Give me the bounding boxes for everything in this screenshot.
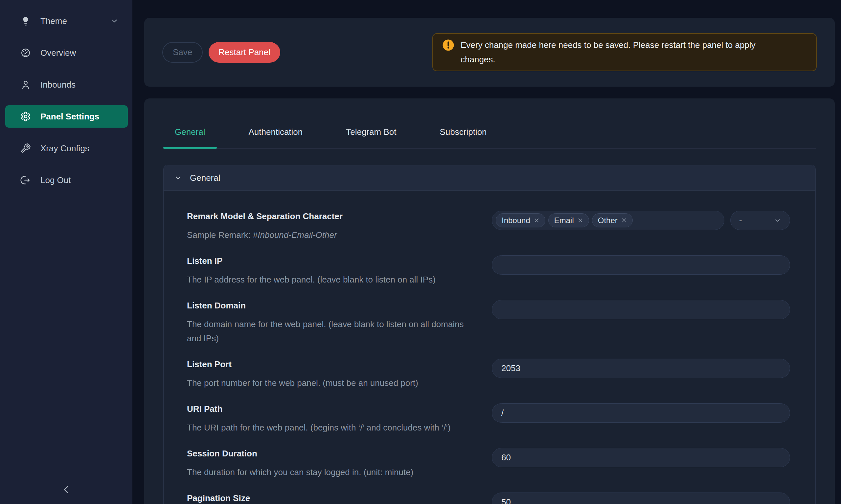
field-description: The duration for which you can stay logg… — [187, 465, 469, 480]
sidebar-item-label: Inbounds — [40, 80, 75, 90]
chevron-down-icon — [174, 174, 182, 182]
bulb-icon — [20, 16, 31, 26]
chevron-down-icon — [774, 217, 781, 224]
gear-icon — [20, 111, 31, 122]
sidebar-collapse-button[interactable] — [0, 484, 132, 496]
separator-select[interactable]: - — [730, 211, 790, 230]
tag-inbound: Inbound — [496, 213, 545, 228]
tab-general[interactable]: General — [163, 126, 217, 148]
listen-ip-input[interactable] — [492, 255, 790, 275]
restart-warning-alert: Every change made here needs to be saved… — [432, 33, 817, 71]
wrench-icon — [20, 143, 31, 154]
session-duration-input[interactable] — [492, 448, 790, 467]
sidebar-item-label: Log Out — [40, 175, 71, 185]
sidebar-item-log-out[interactable]: Log Out — [5, 169, 128, 191]
tag-other: Other — [592, 213, 633, 228]
field-description: The port number for the web panel. (must… — [187, 376, 469, 390]
tag-remove-icon[interactable] — [578, 218, 583, 223]
restart-panel-button[interactable]: Restart Panel — [209, 42, 280, 63]
tab-subscription[interactable]: Subscription — [428, 126, 498, 148]
pagination-size-input[interactable] — [492, 492, 790, 504]
field-label: URI Path — [187, 403, 469, 414]
sidebar-item-label: Panel Settings — [40, 111, 99, 122]
tab-label: Subscription — [440, 127, 486, 137]
save-button[interactable]: Save — [162, 42, 203, 63]
section-title: General — [190, 173, 220, 183]
field-label: Pagination Size — [187, 492, 469, 504]
tag-label: Email — [554, 216, 574, 225]
field-description: The URI path for the web panel. (begins … — [187, 421, 469, 435]
field-label: Remark Model & Separation Character — [187, 211, 469, 222]
field-label: Listen Port — [187, 359, 469, 370]
tab-label: General — [175, 127, 205, 137]
tab-label: Authentication — [249, 127, 303, 137]
tab-telegram-bot[interactable]: Telegram Bot — [334, 126, 408, 148]
sidebar-item-label: Xray Configs — [40, 143, 89, 154]
form-row-listen-ip: Listen IP The IP address for the web pan… — [187, 255, 790, 287]
listen-port-input[interactable] — [492, 359, 790, 378]
sidebar-item-xray-configs[interactable]: Xray Configs — [5, 137, 128, 160]
general-collapse-header[interactable]: General — [164, 165, 816, 191]
sidebar-item-theme[interactable]: Theme — [5, 10, 128, 32]
gauge-icon — [20, 48, 31, 58]
sidebar: Theme Overview Inbounds Panel Settings X… — [0, 0, 132, 504]
field-label: Listen IP — [187, 255, 469, 267]
remark-model-multiselect[interactable]: Inbound Email Other — [492, 211, 724, 230]
field-description: The domain name for the web panel. (leav… — [187, 317, 469, 345]
warning-icon — [442, 39, 454, 51]
general-form: Remark Model & Separation Character Samp… — [164, 191, 816, 504]
tag-label: Other — [598, 216, 618, 225]
field-description: The IP address for the web panel. (leave… — [187, 273, 469, 287]
person-icon — [20, 79, 31, 90]
sidebar-item-label: Theme — [40, 16, 67, 26]
form-row-session-duration: Session Duration The duration for which … — [187, 448, 790, 480]
tag-remove-icon[interactable] — [621, 218, 627, 223]
tab-bar: General Authentication Telegram Bot Subs… — [163, 98, 816, 149]
settings-card: General Authentication Telegram Bot Subs… — [144, 98, 835, 504]
form-row-uri-path: URI Path The URI path for the web panel.… — [187, 403, 790, 435]
sidebar-item-overview[interactable]: Overview — [5, 42, 128, 64]
field-label: Listen Domain — [187, 300, 469, 311]
sidebar-item-label: Overview — [40, 48, 76, 58]
field-description: Sample Remark: #Inbound-Email-Other — [187, 228, 469, 242]
separator-select-value: - — [739, 215, 742, 226]
uri-path-input[interactable] — [492, 403, 790, 422]
tab-label: Telegram Bot — [346, 127, 396, 137]
general-collapse: General Remark Model & Separation Charac… — [163, 165, 816, 504]
tab-authentication[interactable]: Authentication — [237, 126, 314, 148]
form-row-pagination-size: Pagination Size — [187, 492, 790, 504]
sidebar-item-inbounds[interactable]: Inbounds — [5, 73, 128, 96]
toolbar-card: Save Restart Panel Every change made her… — [144, 18, 835, 87]
form-row-listen-port: Listen Port The port number for the web … — [187, 359, 790, 390]
main-content: Save Restart Panel Every change made her… — [132, 0, 841, 504]
tag-email: Email — [548, 213, 589, 228]
tag-remove-icon[interactable] — [534, 218, 539, 223]
chevron-down-icon — [110, 17, 119, 25]
listen-domain-input[interactable] — [492, 300, 790, 319]
logout-icon — [20, 175, 31, 185]
form-row-listen-domain: Listen Domain The domain name for the we… — [187, 300, 790, 345]
form-row-remark-model-separation-character: Remark Model & Separation Character Samp… — [187, 211, 790, 242]
tag-label: Inbound — [502, 216, 530, 225]
sidebar-nav: Theme Overview Inbounds Panel Settings X… — [0, 10, 132, 191]
chevron-left-icon — [61, 484, 72, 495]
sidebar-item-panel-settings[interactable]: Panel Settings — [5, 105, 128, 128]
field-label: Session Duration — [187, 448, 469, 459]
alert-text: Every change made here needs to be saved… — [461, 38, 771, 67]
